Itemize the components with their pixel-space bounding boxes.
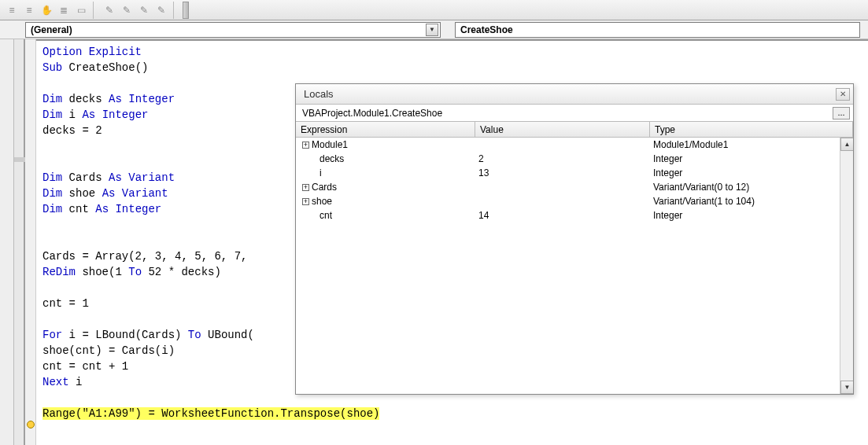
code-text: shoe: [62, 187, 102, 200]
close-icon[interactable]: ✕: [836, 88, 850, 101]
code-text: 52 * decks): [142, 266, 221, 278]
expand-icon[interactable]: +: [302, 198, 309, 205]
locals-type: Module1/Module1: [650, 139, 853, 150]
toolbar-splitter[interactable]: [183, 2, 189, 19]
locals-context-bar: VBAProject.Module1.CreateShoe ...: [296, 105, 853, 122]
locals-type: Integer: [650, 210, 853, 221]
locals-titlebar[interactable]: Locals ✕: [296, 84, 853, 105]
code-text: As Variant: [102, 187, 168, 200]
procedure-combo-label: CreateShoe: [460, 24, 858, 35]
breakpoint-margin[interactable]: [25, 39, 36, 445]
locals-value: 14: [475, 210, 650, 221]
execution-line: Range("A1:A99") = WorksheetFunction.Tran…: [42, 407, 379, 420]
locals-row[interactable]: +CardsVariant/Variant(0 to 12): [296, 180, 853, 194]
expand-icon[interactable]: +: [302, 142, 309, 149]
locals-type: Variant/Variant(1 to 104): [650, 196, 853, 207]
code-text: Sub: [42, 61, 62, 74]
code-text: As Integer: [109, 93, 175, 105]
code-text: i: [69, 376, 83, 388]
procedure-combo[interactable]: CreateShoe: [455, 22, 860, 38]
code-text: UBound(: [201, 329, 254, 341]
locals-type: Integer: [650, 153, 853, 164]
scrollbar[interactable]: ▲ ▼: [840, 138, 853, 394]
locals-expr-text: decks: [319, 153, 344, 164]
window-gutter: [0, 39, 14, 445]
code-text: CreateShoe(): [62, 61, 148, 74]
locals-title-text: Locals: [304, 88, 836, 100]
pane-splitter[interactable]: [14, 39, 25, 445]
header-value[interactable]: Value: [475, 122, 650, 137]
code-text: As Integer: [95, 203, 161, 215]
code-text: ReDim: [42, 266, 76, 278]
code-text: cnt = 1: [42, 297, 89, 310]
scroll-up-icon[interactable]: ▲: [840, 138, 853, 151]
scroll-down-icon[interactable]: ▼: [840, 381, 853, 394]
code-text: Next: [42, 376, 69, 388]
locals-expression: decks: [296, 153, 475, 164]
code-text: Cards = Array(2, 3, 4, 5, 6, 7,: [42, 250, 247, 263]
code-text: cnt = cnt + 1: [42, 360, 128, 373]
outdent-icon[interactable]: ≡: [5, 3, 19, 17]
locals-row[interactable]: decks2Integer: [296, 152, 853, 166]
locals-window: Locals ✕ VBAProject.Module1.CreateShoe .…: [295, 83, 854, 395]
object-combo[interactable]: (General) ▼: [25, 22, 441, 38]
locals-expression: +shoe: [296, 196, 475, 207]
code-text: Dim: [42, 203, 62, 215]
locals-expr-text: cnt: [319, 210, 332, 221]
hand-icon[interactable]: ✋: [39, 3, 54, 17]
code-text: cnt: [62, 203, 95, 215]
locals-row[interactable]: i13Integer: [296, 166, 853, 180]
locals-row[interactable]: cnt14Integer: [296, 208, 853, 222]
code-text: To: [128, 266, 142, 278]
locals-expr-text: shoe: [312, 196, 332, 207]
code-text: shoe(cnt) = Cards(i): [42, 344, 175, 357]
header-expression[interactable]: Expression: [296, 122, 475, 137]
wand2-icon[interactable]: ✎: [137, 3, 151, 17]
code-text: Option Explicit: [42, 46, 142, 58]
object-combo-label: (General): [31, 24, 426, 35]
code-text: Dim: [42, 187, 62, 200]
expand-icon[interactable]: +: [302, 184, 309, 191]
code-dropdowns: (General) ▼ CreateShoe: [0, 20, 868, 39]
code-text: For: [42, 329, 62, 341]
code-text: Dim: [42, 108, 62, 121]
separator: [173, 2, 178, 19]
wand-icon[interactable]: ✎: [120, 3, 134, 17]
block-icon[interactable]: ▭: [74, 3, 88, 17]
pencil-icon[interactable]: ✎: [102, 3, 116, 17]
code-text: Cards: [62, 171, 109, 184]
wand3-icon[interactable]: ✎: [154, 3, 168, 17]
ellipsis-button[interactable]: ...: [833, 107, 850, 120]
chevron-down-icon[interactable]: ▼: [426, 24, 438, 36]
list-icon[interactable]: ≣: [57, 3, 71, 17]
code-text: As Integer: [82, 108, 148, 121]
code-text: Range("A1:A99"): [42, 407, 142, 420]
toolbar: ≡ ≡ ✋ ≣ ▭ ✎ ✎ ✎ ✎: [0, 0, 868, 20]
indent-icon[interactable]: ≡: [22, 3, 36, 17]
locals-type: Integer: [650, 167, 853, 178]
locals-expr-text: Module1: [312, 139, 348, 150]
separator: [93, 2, 98, 19]
code-text: decks: [62, 93, 109, 105]
code-text: shoe(1: [76, 266, 128, 278]
code-text: i: [62, 108, 82, 121]
code-text: To: [188, 329, 201, 341]
locals-expr-text: i: [319, 167, 322, 178]
code-text: i = LBound(Cards): [62, 329, 188, 341]
code-text: decks = 2: [42, 124, 102, 137]
code-text: = WorksheetFunction.Transpose(shoe): [142, 407, 379, 420]
locals-expression: cnt: [296, 210, 475, 221]
locals-type: Variant/Variant(0 to 12): [650, 182, 853, 193]
locals-value: 2: [475, 153, 650, 164]
locals-value: 13: [475, 167, 650, 178]
locals-row[interactable]: +shoeVariant/Variant(1 to 104): [296, 194, 853, 208]
header-type[interactable]: Type: [650, 122, 853, 137]
locals-body: +Module1Module1/Module1decks2Integeri13I…: [296, 138, 853, 394]
locals-context-text: VBAProject.Module1.CreateShoe: [302, 108, 833, 119]
locals-expression: +Module1: [296, 139, 475, 150]
breakpoint-marker-icon[interactable]: [27, 421, 35, 428]
code-text: Dim: [42, 171, 62, 184]
code-text: As Variant: [109, 171, 175, 184]
locals-headers: Expression Value Type: [296, 122, 853, 138]
locals-row[interactable]: +Module1Module1/Module1: [296, 138, 853, 152]
